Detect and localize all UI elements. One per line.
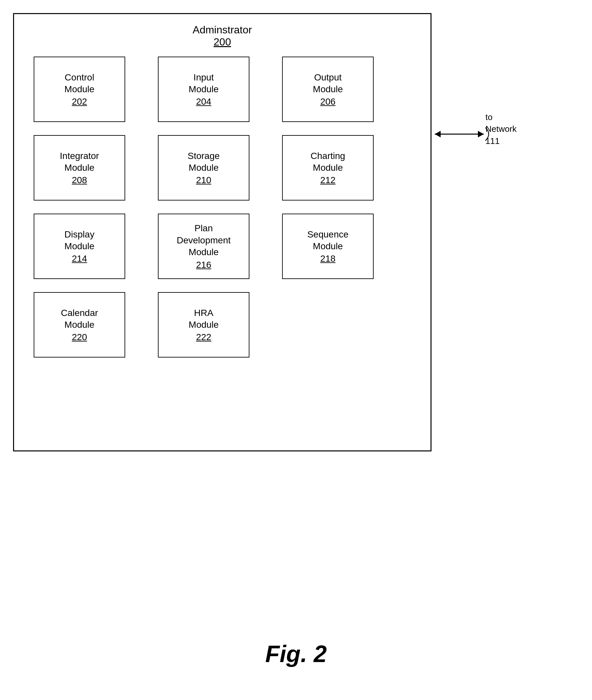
module-sequence-number: 218 <box>320 253 336 264</box>
module-plan-development-number: 216 <box>196 260 211 270</box>
module-control: ControlModule 202 <box>34 57 125 122</box>
administrator-box: Adminstrator 200 ControlModule 202 Input… <box>13 13 432 452</box>
network-arrow-area: to Network 111 <box>432 105 497 164</box>
module-output-number: 206 <box>320 96 336 107</box>
module-output-name: OutputModule <box>313 72 343 95</box>
administrator-title: Adminstrator <box>193 24 252 36</box>
module-storage-number: 210 <box>196 175 211 185</box>
module-calendar: CalendarModule 220 <box>34 292 125 358</box>
module-input: InputModule 204 <box>158 57 249 122</box>
to-label: to <box>485 112 493 122</box>
module-display: DisplayModule 214 <box>34 214 125 279</box>
module-plan-development-name: PlanDevelopmentModule <box>177 223 231 258</box>
module-control-number: 202 <box>72 96 87 107</box>
module-charting-number: 212 <box>320 175 336 185</box>
empty-cell <box>282 292 374 358</box>
module-hra-number: 222 <box>196 332 211 342</box>
module-storage: StorageModule 210 <box>158 135 249 200</box>
module-hra: HRAModule 222 <box>158 292 249 358</box>
network-label: Network <box>485 124 516 134</box>
figure-label: Fig. 2 <box>265 641 327 667</box>
administrator-number: 200 <box>193 36 252 48</box>
modules-grid: ControlModule 202 InputModule 204 Output… <box>34 57 409 358</box>
module-plan-development: PlanDevelopmentModule 216 <box>158 214 249 279</box>
module-integrator-number: 208 <box>72 175 87 185</box>
module-sequence-name: SequenceModule <box>307 229 348 252</box>
module-integrator-name: IntegratorModule <box>60 150 99 174</box>
module-calendar-name: CalendarModule <box>61 307 98 331</box>
svg-marker-2 <box>478 131 484 137</box>
diagram-area: Adminstrator 200 ControlModule 202 Input… <box>13 13 487 465</box>
page-container: Adminstrator 200 ControlModule 202 Input… <box>0 0 592 700</box>
module-display-number: 214 <box>72 253 87 264</box>
module-control-name: ControlModule <box>64 72 94 95</box>
module-input-number: 204 <box>196 96 211 107</box>
module-charting-name: ChartingModule <box>310 150 345 174</box>
module-charting: ChartingModule 212 <box>282 135 374 200</box>
module-input-name: InputModule <box>189 72 219 95</box>
network-text: to Network 111 <box>485 111 516 147</box>
svg-marker-1 <box>435 131 441 137</box>
network-number: 111 <box>485 136 499 146</box>
module-hra-name: HRAModule <box>189 307 219 331</box>
module-storage-name: StorageModule <box>188 150 220 174</box>
module-calendar-number: 220 <box>72 332 87 342</box>
module-display-name: DisplayModule <box>64 229 94 252</box>
administrator-label: Adminstrator 200 <box>193 24 252 48</box>
module-output: OutputModule 206 <box>282 57 374 122</box>
module-sequence: SequenceModule 218 <box>282 214 374 279</box>
module-integrator: IntegratorModule 208 <box>34 135 125 200</box>
